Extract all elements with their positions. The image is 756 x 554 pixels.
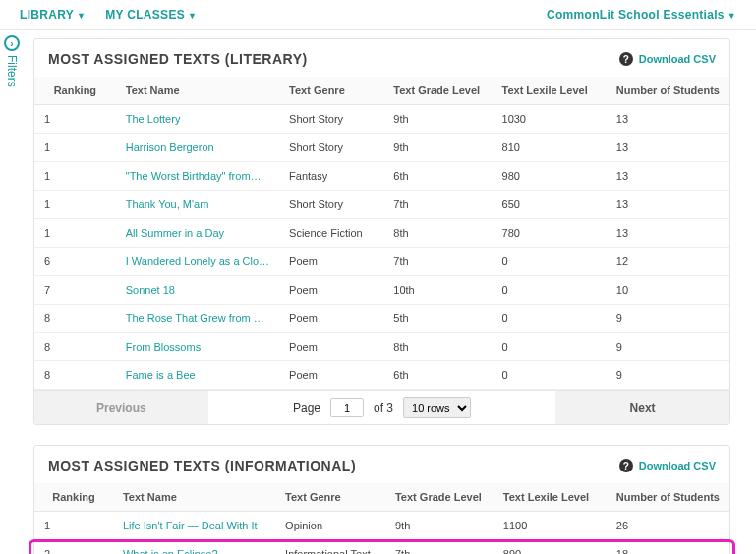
cell-rank: 1 [34, 512, 113, 540]
filters-label: Filters [5, 55, 19, 87]
cell-students: 13 [607, 105, 729, 134]
cell-genre: Poem [279, 333, 383, 361]
nav-left: LIBRARY▼ MY CLASSES▼ [20, 8, 197, 22]
panel-informational-title: MOST ASSIGNED TEXTS (INFORMATIONAL) [48, 458, 356, 473]
cell-lexile: 890 [494, 540, 607, 555]
cell-grade: 6th [383, 162, 492, 191]
download-csv-label: Download CSV [639, 53, 716, 65]
cell-grade: 7th [383, 248, 492, 276]
col-ranking[interactable]: Ranking [34, 483, 113, 512]
cell-grade: 6th [383, 361, 492, 390]
cell-rank: 2 [34, 540, 113, 555]
cell-lexile: 0 [493, 248, 607, 276]
chevron-down-icon: ▼ [188, 11, 197, 21]
cell-grade: 9th [385, 512, 494, 540]
panel-literary: MOST ASSIGNED TEXTS (LITERARY) ? Downloa… [33, 38, 730, 425]
table-row: 1The LotteryShort Story9th103013 [34, 105, 729, 134]
cell-students: 10 [607, 276, 729, 305]
next-button[interactable]: Next [555, 391, 729, 424]
cell-text-name[interactable]: "The Worst Birthday" from… [116, 162, 279, 191]
cell-genre: Fantasy [279, 162, 383, 191]
download-csv-button[interactable]: ? Download CSV [619, 52, 716, 66]
cell-text-name[interactable]: All Summer in a Day [116, 219, 279, 248]
cell-students: 13 [607, 134, 729, 162]
content: MOST ASSIGNED TEXTS (LITERARY) ? Downloa… [0, 30, 756, 554]
cell-text-name[interactable]: I Wandered Lonely as a Clo… [116, 248, 279, 276]
panel-literary-title: MOST ASSIGNED TEXTS (LITERARY) [48, 51, 308, 67]
table-row: 1Harrison BergeronShort Story9th81013 [34, 134, 729, 162]
cell-text-name[interactable]: Sonnet 18 [116, 276, 279, 305]
cell-text-name[interactable]: The Rose That Grew from … [116, 305, 279, 333]
cell-rank: 8 [34, 333, 116, 361]
col-lexile[interactable]: Text Lexile Level [494, 483, 607, 512]
cell-students: 9 [607, 305, 729, 333]
col-text-name[interactable]: Text Name [116, 77, 279, 105]
cell-genre: Informational Text [275, 540, 385, 555]
top-navbar: LIBRARY▼ MY CLASSES▼ CommonLit School Es… [0, 0, 756, 30]
cell-lexile: 780 [493, 219, 607, 248]
cell-rank: 1 [34, 134, 116, 162]
cell-lexile: 0 [493, 276, 607, 305]
cell-text-name[interactable]: From Blossoms [116, 333, 279, 361]
cell-genre: Poem [279, 361, 383, 390]
cell-text-name[interactable]: Harrison Bergeron [116, 134, 279, 162]
col-students[interactable]: Number of Students [607, 77, 729, 105]
cell-students: 26 [607, 512, 729, 540]
cell-text-name[interactable]: The Lottery [116, 105, 279, 134]
col-text-name[interactable]: Text Name [113, 483, 275, 512]
page-label: Page [293, 401, 320, 415]
nav-my-classes[interactable]: MY CLASSES▼ [105, 8, 197, 22]
cell-grade: 9th [383, 134, 492, 162]
col-lexile[interactable]: Text Lexile Level [493, 77, 607, 105]
rows-select[interactable]: 10 rows [403, 397, 471, 418]
col-genre[interactable]: Text Genre [279, 77, 383, 105]
col-ranking[interactable]: Ranking [34, 77, 116, 105]
cell-lexile: 1030 [493, 105, 607, 134]
cell-rank: 6 [34, 248, 116, 276]
table-informational: Ranking Text Name Text Genre Text Grade … [34, 483, 729, 554]
nav-essentials[interactable]: CommonLit School Essentials▼ [547, 8, 736, 22]
nav-library[interactable]: LIBRARY▼ [20, 8, 86, 22]
table-row: 8From BlossomsPoem8th09 [34, 333, 729, 361]
cell-text-name[interactable]: Thank You, M'am [116, 191, 279, 219]
cell-grade: 10th [383, 276, 492, 305]
col-students[interactable]: Number of Students [607, 483, 729, 512]
cell-grade: 5th [383, 305, 492, 333]
table-row: 7Sonnet 18Poem10th010 [34, 276, 729, 305]
page-input[interactable] [330, 398, 364, 417]
cell-lexile: 980 [493, 162, 607, 191]
download-csv-button[interactable]: ? Download CSV [619, 459, 716, 472]
cell-rank: 7 [34, 276, 116, 305]
previous-button: Previous [34, 391, 208, 424]
download-csv-label: Download CSV [639, 460, 716, 471]
table-row: 1All Summer in a DayScience Fiction8th78… [34, 219, 729, 248]
col-grade[interactable]: Text Grade Level [385, 483, 494, 512]
table-row: 1Thank You, M'amShort Story7th65013 [34, 191, 729, 219]
nav-essentials-label: CommonLit School Essentials [547, 8, 725, 22]
cell-lexile: 810 [493, 134, 607, 162]
filters-toggle[interactable]: › Filters [4, 35, 20, 87]
cell-genre: Poem [279, 248, 383, 276]
help-icon: ? [619, 459, 633, 472]
cell-text-name[interactable]: Life Isn't Fair — Deal With It [113, 512, 275, 540]
cell-lexile: 0 [493, 361, 607, 390]
cell-genre: Poem [279, 276, 383, 305]
cell-rank: 1 [34, 162, 116, 191]
cell-students: 9 [607, 333, 729, 361]
nav-my-classes-label: MY CLASSES [105, 8, 185, 22]
col-genre[interactable]: Text Genre [275, 483, 385, 512]
cell-rank: 1 [34, 191, 116, 219]
cell-genre: Science Fiction [279, 219, 383, 248]
cell-text-name[interactable]: Fame is a Bee [116, 361, 279, 390]
cell-rank: 8 [34, 361, 116, 390]
pager-literary: Previous Page of 3 10 rows Next [34, 390, 729, 424]
cell-genre: Opinion [275, 512, 385, 540]
cell-grade: 8th [383, 219, 492, 248]
cell-lexile: 0 [493, 333, 607, 361]
of-pages: of 3 [374, 401, 393, 415]
cell-students: 12 [607, 248, 729, 276]
col-grade[interactable]: Text Grade Level [383, 77, 492, 105]
cell-text-name[interactable]: What is an Eclipse? [113, 540, 275, 555]
table-row: 8Fame is a BeePoem6th09 [34, 361, 729, 390]
cell-rank: 8 [34, 305, 116, 333]
